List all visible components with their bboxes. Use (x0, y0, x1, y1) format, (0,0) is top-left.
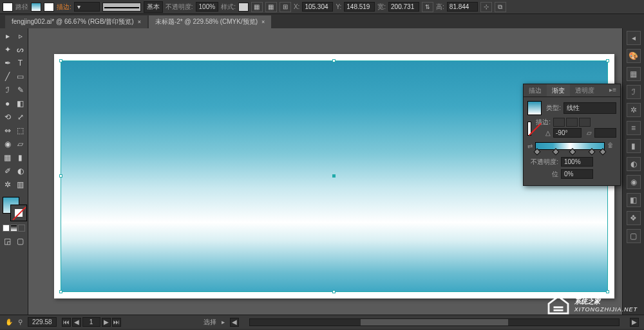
gradient-stop[interactable] (552, 148, 559, 155)
stop-opacity-dropdown[interactable]: 100% (561, 157, 593, 167)
mesh-tool[interactable]: ▦ (1, 151, 14, 164)
close-icon[interactable]: × (138, 19, 141, 25)
color-mode-icon[interactable] (3, 225, 10, 232)
selection-tool[interactable]: ▸ (1, 30, 14, 42)
scrollbar-thumb[interactable] (361, 319, 508, 325)
pen-tool[interactable]: ✒ (1, 57, 14, 69)
artboard-number[interactable]: 1 (82, 317, 100, 327)
first-artboard-icon[interactable]: ⏮ (62, 318, 71, 327)
link-wh-icon[interactable]: ⇅ (422, 2, 433, 12)
close-icon[interactable]: × (261, 19, 265, 25)
gradient-stop[interactable] (599, 148, 606, 155)
stroke-swatch[interactable] (44, 3, 54, 12)
blend-tool[interactable]: ◐ (14, 165, 26, 178)
graphic-styles-panel-icon[interactable]: ◧ (627, 193, 641, 207)
gradient-slider[interactable] (535, 142, 605, 150)
graph-tool[interactable]: ▥ (14, 178, 26, 191)
gradient-stop[interactable] (533, 148, 540, 155)
perspective-tool[interactable]: ▱ (14, 138, 26, 151)
angle-input[interactable] (553, 128, 582, 138)
lasso-tool[interactable]: ᔕ (14, 43, 26, 56)
rotate-tool[interactable]: ⟲ (1, 111, 14, 124)
document-tab[interactable]: 未标题-2* @ 229.58% (CMYK/预览) × (149, 15, 271, 28)
aspect-input[interactable] (594, 128, 616, 138)
tab-gradient[interactable]: 渐变 (547, 84, 570, 96)
magic-wand-tool[interactable]: ✦ (1, 43, 14, 56)
delete-stop-icon[interactable]: 🗑 (607, 142, 616, 151)
no-selection-icon[interactable] (3, 3, 13, 12)
screen-mode-icon[interactable]: ▢ (14, 235, 26, 248)
pencil-tool[interactable]: ✎ (14, 84, 26, 96)
artboards-panel-icon[interactable]: ▢ (627, 229, 641, 243)
selection-handle[interactable] (59, 290, 62, 293)
graphic-style-swatch[interactable] (238, 3, 249, 12)
color-panel-icon[interactable]: 🎨 (627, 49, 641, 63)
tab-transparency[interactable]: 透明度 (570, 84, 600, 96)
horizontal-scrollbar[interactable] (249, 318, 620, 326)
swatches-panel-icon[interactable]: ▦ (627, 67, 641, 81)
stroke-color-swatch[interactable] (10, 205, 27, 221)
reverse-gradient-icon[interactable]: ⇄ (527, 143, 533, 150)
stroke-mode-1-icon[interactable] (553, 118, 565, 127)
opacity-dropdown[interactable]: 100% (196, 2, 219, 12)
document-tab[interactable]: fengjing002.ai* @ 66.67% (RGB/普印预览) × (5, 15, 147, 28)
brushes-panel-icon[interactable]: ℐ (627, 85, 641, 99)
paintbrush-tool[interactable]: ℐ (1, 84, 14, 96)
y-input[interactable] (344, 2, 375, 12)
eyedropper-tool[interactable]: ✐ (1, 165, 14, 178)
gradient-mode-icon[interactable] (10, 225, 17, 232)
align2-icon[interactable]: ▦ (265, 2, 277, 12)
stop-position-dropdown[interactable]: 0% (561, 169, 593, 179)
h-input[interactable] (447, 2, 478, 12)
misc2-icon[interactable]: ⧉ (495, 2, 506, 12)
symbols-panel-icon[interactable]: ✲ (627, 103, 641, 117)
zoom-dropdown[interactable]: 229.58 (28, 317, 57, 327)
misc1-icon[interactable]: ⊹ (480, 2, 492, 12)
gradient-panel-icon[interactable]: ▮ (627, 139, 641, 153)
gradient-type-dropdown[interactable]: 线性 (564, 102, 616, 114)
gradient-stop[interactable] (588, 148, 595, 155)
none-mode-icon[interactable] (18, 225, 25, 232)
transform-icon[interactable]: ⊞ (279, 2, 291, 12)
line-tool[interactable]: ╱ (1, 70, 14, 83)
zoom-tool-icon[interactable]: ⚲ (18, 318, 23, 325)
expand-panels-icon[interactable]: ◂ (627, 31, 641, 45)
scroll-left-icon[interactable]: ◀ (230, 318, 239, 327)
fill-swatch[interactable] (31, 3, 41, 12)
hand-tool-icon[interactable]: ✋ (5, 318, 13, 325)
selection-handle[interactable] (59, 59, 62, 62)
x-input[interactable] (302, 2, 333, 12)
stroke-weight-dropdown[interactable]: ▾ (74, 2, 100, 12)
fill-stroke-control[interactable] (3, 197, 27, 221)
free-transform-tool[interactable]: ⬚ (14, 124, 26, 137)
stroke-mode-2-icon[interactable] (566, 118, 578, 127)
stroke-mode-3-icon[interactable] (579, 118, 591, 127)
next-artboard-icon[interactable]: ▶ (102, 318, 111, 327)
appearance-panel-icon[interactable]: ◉ (627, 175, 641, 189)
status-dropdown-icon[interactable]: ▸ (222, 318, 225, 325)
width-tool[interactable]: ⇔ (1, 124, 14, 137)
tab-stroke[interactable]: 描边 (524, 84, 547, 96)
blob-brush-tool[interactable]: ● (1, 97, 14, 110)
selection-handle[interactable] (59, 174, 62, 178)
w-input[interactable] (388, 2, 419, 12)
panel-menu-icon[interactable]: ▸≡ (605, 84, 620, 96)
scroll-right-icon[interactable]: ▶ (630, 318, 639, 327)
stroke-panel-icon[interactable]: ≡ (627, 121, 641, 135)
layers-panel-icon[interactable]: ❖ (627, 211, 641, 225)
drawing-mode-icon[interactable]: ◲ (1, 235, 14, 248)
selection-handle[interactable] (606, 59, 609, 62)
selection-handle[interactable] (606, 290, 609, 293)
transparency-panel-icon[interactable]: ◐ (627, 157, 641, 171)
gradient-stop[interactable] (569, 148, 576, 155)
shape-builder-tool[interactable]: ◉ (1, 138, 14, 151)
gradient-stroke-swatch[interactable] (527, 122, 531, 136)
stroke-style-preview[interactable] (102, 3, 141, 12)
rectangle-tool[interactable]: ▭ (14, 70, 26, 83)
type-tool[interactable]: T (14, 57, 26, 69)
scale-tool[interactable]: ⤢ (14, 111, 26, 124)
gradient-preview-swatch[interactable] (527, 101, 542, 115)
last-artboard-icon[interactable]: ⏭ (112, 318, 121, 327)
eraser-tool[interactable]: ◧ (14, 97, 26, 110)
symbol-sprayer-tool[interactable]: ✲ (1, 178, 14, 191)
